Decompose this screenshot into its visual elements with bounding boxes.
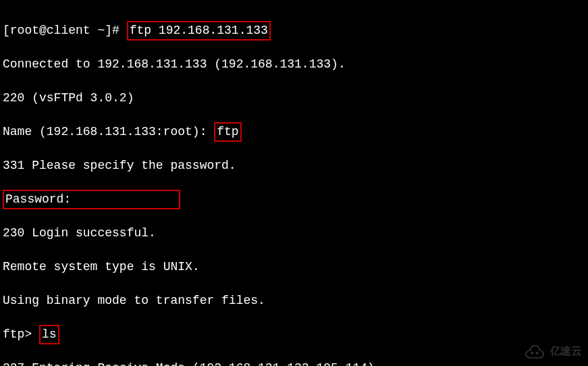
terminal-line: ftp> ls	[3, 326, 585, 343]
watermark-text: 亿速云	[550, 344, 582, 361]
ftp-command-highlight: ftp 192.168.131.133	[127, 21, 271, 41]
shell-prompt: [root@client ~]#	[3, 24, 127, 37]
ls-command-highlight: ls	[39, 325, 59, 344]
terminal-line: Password:	[3, 191, 585, 208]
svg-point-0	[531, 351, 533, 354]
cloud-icon	[520, 345, 546, 360]
terminal-line: [root@client ~]# ftp 192.168.131.133	[3, 22, 585, 39]
terminal-line: 220 (vsFTPd 3.0.2)	[3, 90, 585, 107]
terminal-line: Connected to 192.168.131.133 (192.168.13…	[3, 56, 585, 73]
ftp-user-highlight: ftp	[214, 122, 241, 142]
watermark: 亿速云	[520, 344, 582, 361]
terminal-line: Using binary mode to transfer files.	[3, 292, 585, 309]
terminal-line: 230 Login successful.	[3, 225, 585, 242]
terminal-line: Name (192.168.131.133:root): ftp	[3, 124, 585, 140]
terminal-screen[interactable]: [root@client ~]# ftp 192.168.131.133 Con…	[3, 5, 585, 366]
terminal-line: Remote system type is UNIX.	[3, 259, 585, 276]
ftp-prompt: ftp>	[3, 328, 39, 341]
name-prompt: Name (192.168.131.133:root):	[3, 125, 214, 138]
password-highlight: Password:	[3, 190, 180, 209]
terminal-line: 331 Please specify the password.	[3, 157, 585, 174]
svg-point-1	[535, 351, 538, 354]
terminal-line: 227 Entering Passive Mode (192,168,131,1…	[3, 360, 585, 366]
